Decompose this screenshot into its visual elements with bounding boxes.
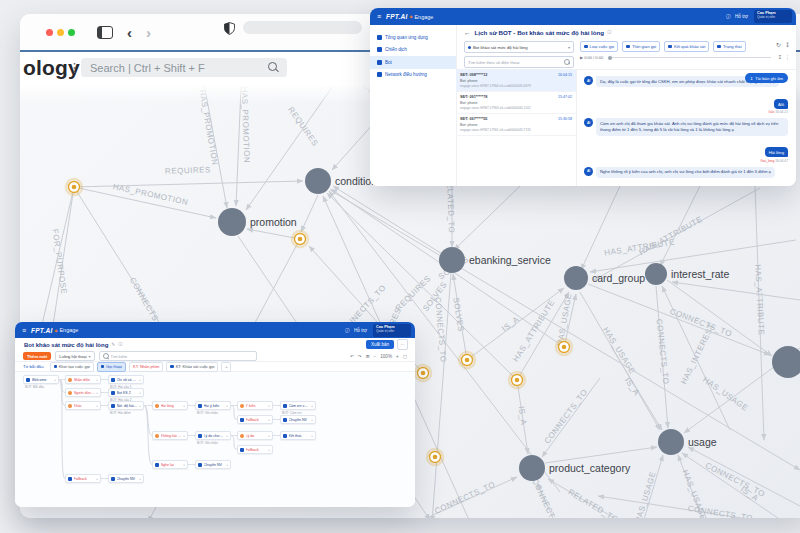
add-branch-icon[interactable]: + (183, 463, 185, 467)
add-branch-icon[interactable]: + (139, 404, 141, 408)
palette-chip[interactable]: + (221, 362, 231, 372)
back-icon[interactable]: ‹ (127, 25, 132, 40)
add-branch-icon[interactable]: + (139, 391, 141, 395)
sidebar-toggle-icon[interactable] (97, 26, 113, 39)
canvas-tool-icon[interactable]: ▢ (403, 354, 407, 359)
minimize-window-button[interactable] (57, 29, 64, 36)
flow-node[interactable]: Lý do+ (237, 431, 273, 440)
info-icon[interactable]: ⓘ (118, 342, 123, 347)
flow-node[interactable]: Người dùng ngắt+ (65, 388, 101, 397)
flow-select[interactable]: Luồng hội thoại ▾ (55, 351, 94, 361)
forward-icon[interactable]: › (146, 25, 151, 40)
edit-icon[interactable]: ✎ (111, 342, 115, 347)
user-menu[interactable]: Cao Phạm Quản trị viên (373, 324, 411, 337)
address-bar[interactable] (243, 21, 362, 34)
flow-node[interactable]: Không hài lòng+ (152, 431, 188, 440)
graph-node-usage[interactable]: usage (658, 429, 717, 455)
kebab-menu-icon[interactable]: ⋮ (68, 60, 81, 75)
graph-node-promotion[interactable]: promotion (218, 208, 297, 236)
add-branch-icon[interactable]: + (139, 378, 141, 382)
add-branch-icon[interactable]: + (183, 434, 185, 438)
flow-node[interactable]: Chuyển NV+ (280, 415, 316, 424)
flow-node[interactable]: Ý kiến+ (237, 401, 273, 410)
graph-small-node[interactable] (556, 339, 572, 355)
support-link[interactable]: Hỗ trợ (354, 328, 367, 333)
add-node-button[interactable]: Thêm mới (23, 352, 51, 360)
info-icon[interactable]: ⓘ (607, 30, 612, 35)
search-input[interactable] (81, 58, 287, 77)
flow-node[interactable]: Nói: độ hài lòng+ (108, 401, 144, 410)
flow-node[interactable]: Hài lòng+ (152, 401, 188, 410)
flow-node[interactable]: Chuyển NV+ (108, 474, 144, 483)
conversation-item[interactable]: SĐT: 097*****5515:30:58Bot: phoneengage-… (456, 114, 576, 136)
node-search-input[interactable]: Tìm kiếm (99, 351, 257, 361)
flow-node[interactable]: Fallback+ (237, 445, 273, 454)
sidebar-item-tổng-quan-ứng-dụng[interactable]: Tổng quan ứng dụng (370, 31, 456, 44)
palette-chip[interactable]: KT: Khảo sát cuộc gọi (166, 362, 218, 372)
search-icon[interactable] (268, 62, 277, 71)
graph-node-interest_rate[interactable]: interest_rate (645, 263, 730, 285)
palette-chip[interactable]: Gọi thoại (97, 362, 126, 372)
graph-small-node[interactable] (415, 365, 431, 381)
add-branch-icon[interactable]: + (96, 477, 98, 481)
add-branch-icon[interactable]: + (268, 448, 270, 452)
sidebar-item-chiến-dịch[interactable]: Chiến dịch (370, 44, 456, 57)
filter-chip[interactable]: Kết quả khảo sát (664, 41, 709, 52)
hamburger-menu-icon[interactable]: ≡ (22, 327, 26, 334)
add-branch-icon[interactable]: + (268, 418, 270, 422)
graph-small-node[interactable] (292, 231, 308, 247)
graph-small-node[interactable] (459, 352, 475, 368)
add-branch-icon[interactable]: + (268, 404, 270, 408)
add-branch-icon[interactable]: + (96, 378, 98, 382)
flow-node[interactable]: Welcome+ (23, 375, 59, 384)
add-branch-icon[interactable]: + (183, 404, 185, 408)
add-branch-icon[interactable]: + (311, 434, 313, 438)
graph-node-condition[interactable]: condition (305, 168, 377, 194)
graph-small-node[interactable] (427, 449, 443, 465)
publish-button[interactable]: Xuất bản (366, 340, 394, 349)
flow-node[interactable]: Nghe lại+ (152, 460, 188, 469)
user-menu[interactable]: Cao Phạm Quản trị viên (754, 10, 792, 23)
graph-small-node[interactable] (509, 372, 525, 388)
phone-search-input[interactable]: Tìm kiếm theo số điện thoại (464, 56, 574, 68)
add-branch-icon[interactable]: + (96, 404, 98, 408)
flow-node[interactable]: Fallback+ (237, 415, 273, 424)
filter-chip[interactable]: Trạng thái (713, 41, 745, 52)
play-icon[interactable]: ▶ (580, 55, 583, 60)
add-branch-icon[interactable]: + (139, 477, 141, 481)
add-branch-icon[interactable]: + (311, 418, 313, 422)
player-progress-bar[interactable] (608, 57, 771, 58)
maximize-window-button[interactable] (68, 29, 75, 36)
toolbar-icon[interactable]: ↻ (776, 41, 781, 48)
close-window-button[interactable] (46, 29, 53, 36)
canvas-tool-icon[interactable]: ↷ (358, 354, 362, 359)
flow-node[interactable]: Khác+ (65, 401, 101, 410)
flow-node[interactable]: Hỏi ý kiến+ (195, 401, 231, 410)
conversation-item[interactable]: SĐT: 091*****7815:47:02Bot: phoneengage-… (456, 92, 576, 114)
flow-node[interactable]: Cảm ơn và kết thúc+ (280, 401, 316, 410)
audio-player[interactable]: ▶ 0:00 / 0:00 (580, 55, 776, 60)
flow-node[interactable]: Chỉ số và nội dung+ (108, 375, 144, 384)
graph-node[interactable] (772, 346, 800, 378)
graph-small-node[interactable] (66, 179, 82, 195)
flow-node[interactable]: Bot KS 2+ (108, 388, 144, 397)
sidebar-item-network-điều-hướng[interactable]: Network điều hướng (370, 69, 456, 82)
canvas-tool-icon[interactable]: − (374, 354, 377, 359)
conversation-item[interactable]: SĐT: 098*****1216:04:15Bot: phoneengage-… (456, 70, 576, 92)
flow-node[interactable]: Chuyển NV+ (195, 460, 231, 469)
palette-chip[interactable]: KT: Nhấn phím (129, 362, 163, 372)
start-tab[interactable]: Từ bắt đầu (23, 364, 44, 369)
more-options-button[interactable]: ⋯ (397, 339, 408, 350)
canvas-tool-icon[interactable]: ⊞ (366, 354, 370, 359)
add-branch-icon[interactable]: + (226, 404, 228, 408)
flow-canvas[interactable]: Welcome+BOT: Bắt đầuNhận diện+Người dùng… (15, 372, 415, 507)
player-icon[interactable]: ↧ (778, 54, 782, 60)
sidebar-item-bot[interactable]: Bot (370, 56, 456, 69)
add-branch-icon[interactable]: + (268, 434, 270, 438)
canvas-tool-icon[interactable]: ↶ (350, 354, 354, 359)
filter-chip[interactable]: Loại cuộc gọi (580, 41, 618, 52)
hamburger-menu-icon[interactable]: ≡ (377, 13, 381, 20)
support-link[interactable]: Hỗ trợ (735, 14, 748, 19)
flow-node[interactable]: Fallback+ (65, 474, 101, 483)
flow-node[interactable]: Kết thúc+ (280, 431, 316, 440)
